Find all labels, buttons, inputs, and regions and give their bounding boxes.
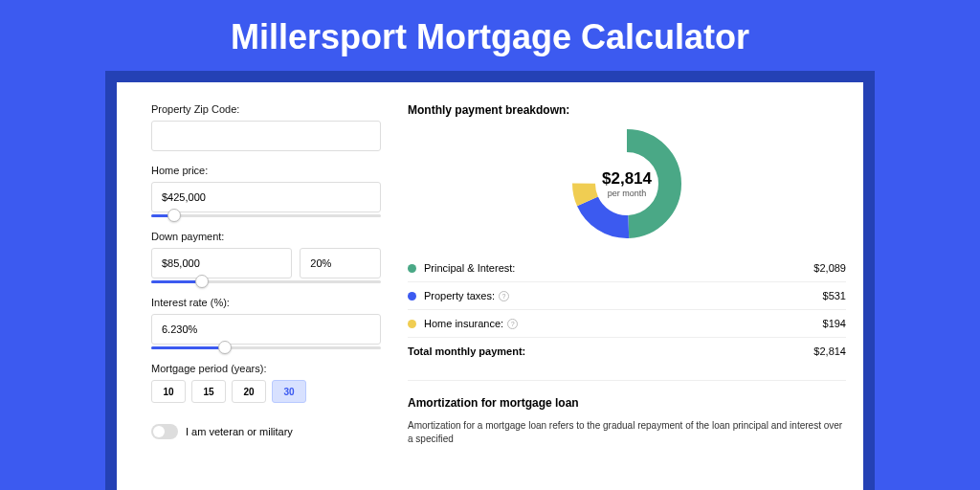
veteran-row: I am veteran or military (151, 424, 381, 439)
period-option-20[interactable]: 20 (232, 380, 266, 403)
legend: Principal & Interest: $2,089 Property ta… (408, 255, 846, 365)
legend-row-principal: Principal & Interest: $2,089 (408, 255, 846, 281)
legend-label: Property taxes: ? (424, 290, 823, 301)
amortization-section: Amortization for mortgage loan Amortizat… (408, 380, 846, 446)
legend-value: $194 (823, 318, 846, 329)
home-price-label: Home price: (151, 165, 381, 176)
period-option-30[interactable]: 30 (272, 380, 306, 403)
home-price-input[interactable] (151, 182, 381, 212)
zip-field: Property Zip Code: (151, 103, 381, 151)
zip-input[interactable] (151, 121, 381, 151)
period-button-group: 10 15 20 30 (151, 380, 381, 403)
period-label: Mortgage period (years): (151, 363, 381, 374)
zip-label: Property Zip Code: (151, 103, 381, 115)
down-payment-amount-input[interactable] (151, 248, 292, 278)
help-icon[interactable]: ? (507, 319, 518, 329)
inputs-column: Property Zip Code: Home price: Down paym… (151, 103, 381, 490)
legend-row-total: Total monthly payment: $2,814 (408, 337, 846, 365)
total-value: $2,814 (813, 345, 846, 357)
down-payment-label: Down payment: (151, 231, 381, 242)
slider-thumb-icon[interactable] (218, 341, 232, 354)
slider-thumb-icon[interactable] (167, 209, 181, 222)
legend-row-insurance: Home insurance: ? $194 (408, 309, 846, 337)
home-price-field: Home price: (151, 165, 381, 217)
dot-icon (408, 292, 416, 301)
veteran-toggle[interactable] (151, 424, 178, 439)
down-payment-percent-input[interactable] (300, 248, 381, 278)
dot-icon (408, 264, 416, 273)
legend-value: $531 (823, 290, 846, 301)
interest-field: Interest rate (%): (151, 297, 381, 349)
calculator-card: Property Zip Code: Home price: Down paym… (117, 82, 863, 490)
amortization-text: Amortization for a mortgage loan refers … (408, 419, 846, 446)
dot-icon (408, 320, 416, 328)
interest-label: Interest rate (%): (151, 297, 381, 308)
period-field: Mortgage period (years): 10 15 20 30 (151, 363, 381, 403)
breakdown-title: Monthly payment breakdown: (408, 103, 846, 117)
legend-value: $2,089 (813, 262, 846, 274)
legend-label: Principal & Interest: (424, 262, 813, 274)
card-outer: Property Zip Code: Home price: Down paym… (105, 71, 875, 490)
home-price-slider[interactable] (151, 214, 381, 217)
donut-sublabel: per month (608, 189, 647, 198)
slider-thumb-icon[interactable] (195, 275, 209, 288)
interest-input[interactable] (151, 314, 381, 345)
total-label: Total monthly payment: (408, 345, 813, 357)
help-icon[interactable]: ? (499, 291, 509, 301)
donut-value: $2,814 (602, 169, 652, 189)
donut-chart: $2,814 per month (408, 126, 846, 241)
legend-row-taxes: Property taxes: ? $531 (408, 281, 846, 309)
interest-slider[interactable] (151, 346, 381, 349)
down-payment-slider[interactable] (151, 280, 381, 283)
breakdown-column: Monthly payment breakdown: $2,814 per mo… (408, 103, 846, 490)
page-title: Millersport Mortgage Calculator (0, 0, 980, 71)
amortization-title: Amortization for mortgage loan (408, 396, 846, 410)
period-option-15[interactable]: 15 (191, 380, 226, 403)
period-option-10[interactable]: 10 (151, 380, 186, 403)
veteran-label: I am veteran or military (186, 426, 293, 437)
down-payment-field: Down payment: (151, 231, 381, 283)
legend-label: Home insurance: ? (424, 318, 823, 329)
